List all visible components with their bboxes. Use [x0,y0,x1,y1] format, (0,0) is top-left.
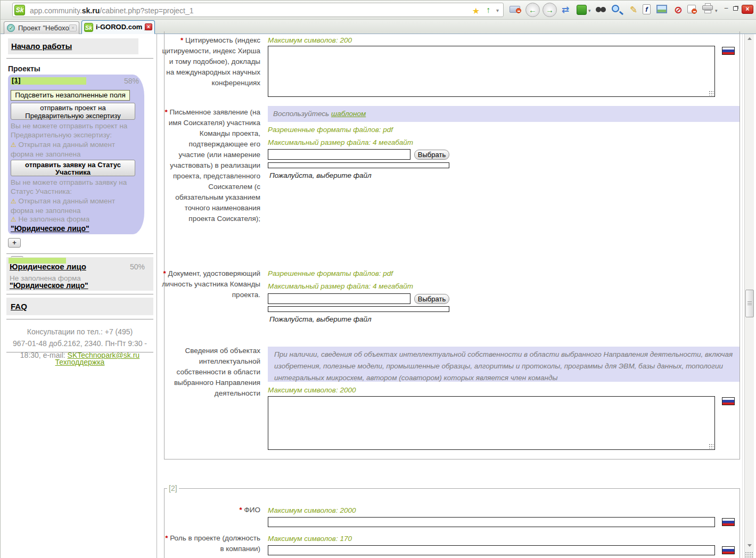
url-path: /cabinet.php?step=project_1 [100,6,193,15]
minimize-button[interactable]: – [721,5,731,13]
notes-icon[interactable] [687,5,696,13]
identity-choose-hint: Пожалуйста, выберите файл [269,315,372,323]
project-progress-bar [11,77,86,85]
ip-info-hint-box: При наличии, сведения об объектах интелл… [268,347,739,382]
warning-icon: ⚠ [11,198,17,205]
identity-progress-bar [268,306,449,312]
required-marker: * [180,36,183,44]
label-text: Письменное заявление (на имя Соискателя)… [169,108,260,223]
faq-link[interactable]: FAQ [11,302,27,311]
resize-grip-icon[interactable] [709,444,714,449]
fio-label: * ФИО [161,505,260,515]
role-input[interactable] [268,545,715,555]
template-prefix: Воспользуйтесь [273,110,329,118]
statement-file-input[interactable] [268,149,410,160]
chevron-down-icon[interactable]: ▾ [496,7,499,13]
fieldset-2-legend: [2] [167,484,179,493]
sidebar-panel-icon[interactable] [510,6,520,13]
url-prefix: app.community. [30,6,82,15]
tab-project[interactable]: ✓ Проект "Небохо... × [4,21,79,34]
support-block: Техподдержка [5,358,154,366]
template-link[interactable]: шаблоном [331,110,366,118]
label-text: Роль в проекте (должность в компании) [170,534,260,553]
project-percent: 58% [124,77,139,85]
ru-flag-icon [722,397,735,405]
legal-entity-card: Юридическое лицо 50% Не заполнена форма … [6,257,153,291]
forward-icon[interactable]: → [543,3,557,17]
tech-support-link[interactable]: Техподдержка [55,358,105,366]
citation-max-hint: Максимум символов: 200 [268,36,352,44]
identity-maxsize-hint: Максимальный размер файла: 4 мегабайт [268,282,413,290]
send-status-button[interactable]: отправить заявку на Статус Участника [11,160,135,176]
statement-formats-hint: Разрешенные форматы файлов: pdf [268,126,393,134]
refresh-icon[interactable]: ⇄ [558,4,572,17]
image-icon[interactable] [656,5,667,13]
close-button[interactable]: × [742,5,753,14]
warning-open-form-2: ⚠ Открытая на данный момент форма не зап… [11,196,133,215]
warning-legal-form: ⚠ Не заполнена форма"Юридическое лицо" [11,215,138,233]
statement-progress-bar [268,162,449,168]
legal-note-link[interactable]: "Юридическое лицо" [10,281,88,290]
trash-caret-icon[interactable]: ▾ [588,8,591,13]
scrollbar-thumb[interactable] [745,290,754,317]
statement-browse-button[interactable]: Выбрать [414,150,449,160]
divider [6,253,153,254]
identity-file-input[interactable] [268,293,410,304]
divider [6,58,153,59]
contact-line: Консультации по тел.: +7 (495) [27,327,133,336]
sidebar: Начало работы Проекты [1] 58% Подсветить… [1,34,157,558]
block-content-icon[interactable]: ⊘ [671,4,685,17]
url-domain: sk.ru [82,6,100,15]
legal-entity-link[interactable]: "Юридическое лицо" [11,224,89,233]
identity-browse-button[interactable]: Выбрать [414,294,449,304]
restore-button[interactable] [731,5,741,13]
window-resize-grip[interactable] [745,552,754,558]
highlight-empty-fields-button[interactable]: Подсветить незаполненные поля [11,90,130,101]
fio-input[interactable] [268,517,715,527]
url-text[interactable]: app.community.sk.ru/cabinet.php?step=pro… [30,6,194,15]
printer-icon[interactable] [702,5,713,10]
divider [6,294,153,294]
scroll-up-button[interactable] [745,35,754,43]
cannot-expertise-text: Вы не можете отправить проект на Предвар… [11,121,141,140]
tab-close-icon[interactable]: × [145,23,152,30]
resize-grip-icon[interactable] [709,91,714,96]
binoculars-icon[interactable] [596,7,601,12]
pencil-icon[interactable]: ✎ [627,4,640,17]
sidebar-item-faq[interactable]: FAQ [6,298,153,315]
tab-igorod[interactable]: Sk i-GOROD.com _ × [81,20,155,34]
trash-icon[interactable] [577,5,587,15]
sidebar-item-start[interactable]: Начало работы [8,38,138,54]
bookmark-star-icon[interactable]: ★ [472,6,480,16]
vertical-scrollbar[interactable] [744,34,754,558]
ip-info-label: Сведения об объектах интеллектуальной со… [161,346,260,399]
tab-label: Проект "Небохо... [18,24,75,32]
warning-icon: ⚠ [11,216,17,223]
warning-text: Открытая на данный момент форма не запол… [11,197,115,215]
citation-textarea[interactable] [268,46,715,97]
url-field[interactable]: Sk app.community.sk.ru/cabinet.php?step=… [12,3,504,17]
go-up-icon[interactable]: ↑ [486,5,490,15]
label-text: Документ, удостоверяющий личность участн… [162,269,260,299]
notes-badge-icon [692,9,697,14]
printer-caret-icon[interactable]: ▾ [715,8,718,13]
project-link[interactable]: [1] [12,76,21,84]
flash-file-icon[interactable]: f [643,4,651,14]
add-project-button[interactable]: + [8,238,21,248]
legal-entity-title-link[interactable]: Юридическое лицо [10,262,86,271]
ip-info-max-hint: Максимум символов: 2000 [268,386,356,394]
role-max-hint: Максимум символов: 170 [268,535,352,543]
tab-close-icon[interactable]: × [69,24,77,31]
back-icon[interactable]: ← [525,3,540,17]
ru-flag-icon [722,546,735,554]
identity-formats-hint: Разрешенные форматы файлов: pdf [268,269,393,277]
scroll-down-button[interactable] [745,541,754,549]
contacts-block: Консультации по тел.: +7 (495) 967-01-48… [5,326,154,361]
statement-label: * Письменное заявление (на имя Соискател… [161,107,260,224]
search-globe-icon[interactable] [612,5,619,12]
divider [6,352,153,352]
site-favicon: Sk [14,5,25,15]
send-expertise-button[interactable]: отправить проект на Предварительную эксп… [11,103,135,120]
start-link[interactable]: Начало работы [11,42,72,51]
ip-info-textarea[interactable] [268,396,715,450]
